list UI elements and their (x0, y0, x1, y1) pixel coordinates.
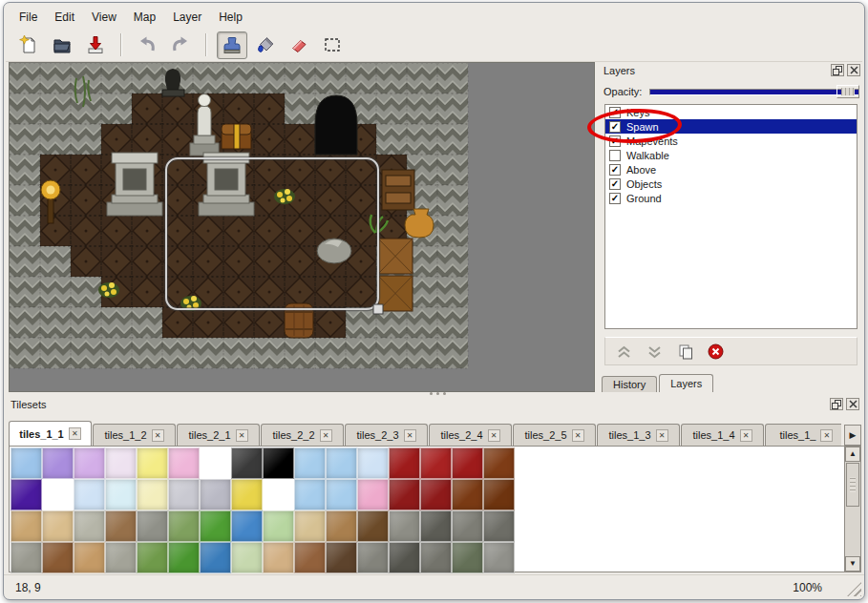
layer-row-ground[interactable]: ✓Ground (605, 191, 857, 205)
tileset-tile[interactable] (483, 447, 515, 479)
tileset-tile[interactable] (452, 447, 483, 479)
tileset-tile[interactable] (326, 510, 357, 542)
tileset-tile[interactable] (420, 542, 452, 573)
tileset-tile[interactable] (200, 447, 231, 479)
tileset-tile[interactable] (42, 447, 74, 479)
checked-checkbox[interactable]: ✓ (609, 178, 621, 190)
tab-close-icon[interactable]: ✕ (404, 429, 416, 442)
scroll-up-button[interactable]: ▲ (845, 447, 860, 462)
tileset-tile[interactable] (294, 542, 326, 573)
lower-layer-button[interactable] (646, 343, 664, 361)
tab-close-icon[interactable]: ✕ (740, 429, 752, 442)
tileset-tab-tiles_1_3[interactable]: tiles_1_3✕ (597, 424, 680, 446)
tileset-tile[interactable] (74, 510, 105, 542)
tileset-tile[interactable] (137, 479, 168, 510)
scrollbar-thumb[interactable] (846, 463, 859, 507)
tileset-tile[interactable] (168, 447, 200, 479)
tileset-tile[interactable] (452, 510, 483, 542)
tab-close-icon[interactable]: ✕ (69, 427, 81, 440)
tileset-tile[interactable] (168, 542, 200, 573)
menu-layer[interactable]: Layer (165, 8, 209, 27)
tileset-tile[interactable] (420, 447, 452, 479)
tileset-tab-tiles_1_1[interactable]: tiles_1_1✕ (9, 421, 92, 446)
tab-close-icon[interactable]: ✕ (656, 429, 668, 442)
tileset-tile[interactable] (389, 479, 420, 510)
menu-edit[interactable]: Edit (47, 8, 82, 27)
tileset-scrollbar[interactable]: ▲ ▼ (844, 447, 860, 572)
unchecked-checkbox[interactable] (609, 150, 621, 161)
map-canvas[interactable] (10, 63, 594, 391)
tab-close-icon[interactable]: ✕ (488, 429, 500, 442)
resize-grip[interactable] (847, 582, 861, 596)
tileset-tile[interactable] (105, 542, 137, 573)
checked-checkbox[interactable]: ✓ (609, 193, 621, 204)
tileset-tile[interactable] (231, 479, 263, 510)
tileset-tile[interactable] (137, 447, 168, 479)
dock-tab-history[interactable]: History (602, 376, 657, 392)
tileset-tile[interactable] (326, 542, 357, 573)
tileset-tile[interactable] (452, 479, 483, 510)
tileset-tile[interactable] (200, 542, 231, 573)
tileset-tile[interactable] (263, 479, 294, 510)
layers-panel-close-button[interactable] (847, 64, 860, 76)
tileset-tile[interactable] (105, 510, 137, 542)
tileset-tile[interactable] (42, 510, 74, 542)
tileset-tile[interactable] (389, 447, 420, 479)
tileset-tile[interactable] (137, 510, 168, 542)
tileset-tile[interactable] (420, 479, 452, 510)
delete-layer-button[interactable] (707, 343, 725, 361)
layer-row-walkable[interactable]: Walkable (605, 148, 857, 162)
save-button[interactable] (80, 31, 111, 59)
tileset-tile[interactable] (231, 447, 263, 479)
tileset-tile[interactable] (168, 479, 200, 510)
tileset-tile[interactable] (231, 510, 263, 542)
raise-layer-button[interactable] (615, 343, 633, 361)
duplicate-layer-button[interactable] (676, 343, 694, 361)
fill-tool-button[interactable] (250, 31, 281, 59)
tileset-tile[interactable] (326, 447, 357, 479)
dock-tab-layers[interactable]: Layers (659, 374, 713, 392)
tileset-tile[interactable] (357, 479, 389, 510)
menu-file[interactable]: File (11, 8, 45, 27)
tileset-tile[interactable] (357, 510, 389, 542)
layer-row-above[interactable]: ✓Above (605, 162, 857, 177)
opacity-slider[interactable] (649, 85, 859, 98)
undo-button[interactable] (132, 31, 162, 59)
tileset-tile[interactable] (11, 542, 42, 573)
new-file-button[interactable] (13, 31, 44, 59)
stamp-tool-button[interactable] (217, 31, 247, 59)
tab-close-icon[interactable]: ✕ (320, 429, 332, 442)
redo-button[interactable] (165, 31, 196, 59)
tileset-tile[interactable] (168, 510, 200, 542)
tileset-tile[interactable] (74, 542, 105, 573)
open-folder-button[interactable] (47, 31, 77, 59)
tileset-tile[interactable] (263, 447, 294, 479)
tileset-tab-tiles_1_[interactable]: tiles_1_✕ (765, 424, 841, 446)
tilesets-panel-close-button[interactable] (846, 398, 859, 410)
tileset-tile[interactable] (483, 479, 515, 510)
tileset-tile[interactable] (200, 479, 231, 510)
tileset-tile[interactable] (294, 447, 326, 479)
tileset-tile[interactable] (42, 479, 74, 510)
tileset-tab-tiles_2_4[interactable]: tiles_2_4✕ (429, 424, 512, 446)
tileset-tile[interactable] (231, 542, 263, 573)
tileset-tile[interactable] (452, 542, 483, 573)
scroll-down-button[interactable]: ▼ (845, 556, 860, 572)
menu-help[interactable]: Help (211, 8, 250, 27)
tileset-tile[interactable] (11, 447, 42, 479)
tileset-tile[interactable] (11, 510, 42, 542)
tileset-tile[interactable] (389, 542, 420, 573)
tileset-tile[interactable] (294, 510, 326, 542)
tileset-tab-tiles_2_5[interactable]: tiles_2_5✕ (513, 424, 596, 446)
tileset-tile[interactable] (200, 510, 231, 542)
tab-close-icon[interactable]: ✕ (152, 429, 164, 442)
tileset-tile[interactable] (483, 510, 515, 542)
tileset-tile[interactable] (294, 479, 326, 510)
tileset-tile[interactable] (42, 542, 74, 573)
splitter-handle[interactable] (430, 392, 446, 395)
tileset-tab-tiles_2_1[interactable]: tiles_2_1✕ (177, 424, 260, 446)
tileset-tile[interactable] (357, 447, 389, 479)
tileset-tab-tiles_2_3[interactable]: tiles_2_3✕ (345, 424, 428, 446)
tileset-tile[interactable] (11, 479, 42, 510)
tileset-tile[interactable] (389, 510, 420, 542)
